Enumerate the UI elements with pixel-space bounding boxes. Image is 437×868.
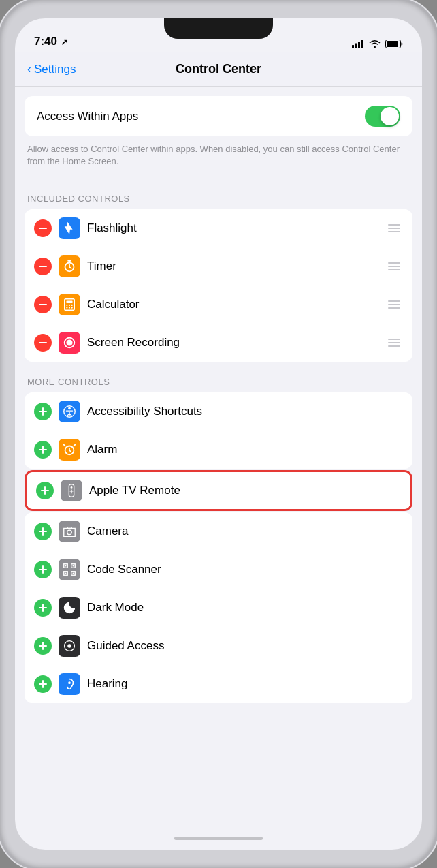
svg-point-15 [66, 340, 72, 346]
guided-access-icon [59, 635, 80, 657]
list-item: Camera [25, 512, 412, 551]
svg-point-14 [71, 307, 73, 309]
status-icons [352, 40, 403, 48]
accessibility-shortcuts-icon [59, 401, 80, 422]
code-scanner-icon [59, 559, 80, 580]
battery-icon [385, 40, 403, 48]
nav-bar: ‹ Settings Control Center [15, 52, 422, 87]
dark-mode-icon [59, 597, 80, 619]
more-controls-list: Accessibility Shortcuts Alarm [25, 392, 412, 469]
list-item: Accessibility Shortcuts [25, 392, 412, 431]
camera-label: Camera [87, 525, 403, 538]
remove-calculator-button[interactable] [34, 296, 52, 313]
add-dark-mode-button[interactable] [34, 599, 52, 617]
screen: 7:40 ↗ [15, 18, 422, 850]
svg-rect-32 [73, 573, 74, 574]
hearing-icon [59, 673, 80, 695]
svg-point-12 [66, 307, 67, 309]
included-controls-list: Flashlight Timer [25, 209, 412, 362]
guided-access-label: Guided Access [87, 639, 403, 653]
remove-timer-button[interactable] [34, 258, 52, 275]
alarm-label: Alarm [87, 443, 403, 456]
home-indicator [15, 826, 422, 850]
remove-screen-recording-button[interactable] [34, 334, 52, 352]
flashlight-drag-handle[interactable] [385, 221, 403, 235]
add-alarm-button[interactable] [34, 441, 52, 459]
home-bar [174, 837, 263, 840]
list-item: Code Scanner [25, 551, 412, 589]
svg-rect-0 [352, 45, 354, 48]
svg-point-24 [67, 531, 71, 535]
access-within-apps-row: Access Within Apps [25, 96, 412, 136]
flashlight-icon [59, 217, 80, 239]
hearing-label: Hearing [87, 677, 403, 691]
svg-point-10 [69, 305, 70, 306]
list-item: Calculator [25, 285, 412, 324]
calculator-icon [59, 294, 80, 315]
time-display: 7:40 [34, 35, 57, 48]
list-item: Hearing [25, 665, 412, 703]
svg-rect-2 [358, 42, 360, 48]
list-item: Timer [25, 247, 412, 285]
svg-point-9 [66, 305, 67, 306]
svg-rect-31 [65, 573, 67, 574]
svg-point-21 [71, 486, 73, 489]
add-hearing-button[interactable] [34, 675, 52, 693]
add-accessibility-shortcuts-button[interactable] [34, 403, 52, 420]
scroll-content[interactable]: Access Within Apps Allow access to Contr… [15, 87, 422, 826]
svg-rect-29 [65, 565, 67, 567]
list-item: Dark Mode [25, 589, 412, 627]
svg-point-35 [68, 682, 71, 685]
list-item: Screen Recording [25, 324, 412, 362]
page-title: Control Center [176, 62, 261, 76]
access-within-apps-toggle[interactable] [365, 106, 400, 127]
add-apple-tv-remote-button[interactable] [36, 482, 54, 499]
apple-tv-remote-icon [61, 480, 82, 501]
code-scanner-label: Code Scanner [87, 563, 403, 576]
status-time: 7:40 ↗ [34, 35, 68, 48]
svg-rect-30 [73, 565, 74, 567]
list-item: Guided Access [25, 627, 412, 665]
timer-label: Timer [87, 260, 385, 273]
svg-rect-5 [387, 41, 398, 47]
back-label: Settings [34, 63, 76, 76]
timer-icon [59, 255, 80, 277]
remove-flashlight-button[interactable] [34, 219, 52, 237]
calculator-label: Calculator [87, 298, 385, 311]
add-guided-access-button[interactable] [34, 637, 52, 655]
back-button[interactable]: ‹ Settings [27, 62, 76, 76]
svg-point-13 [69, 307, 70, 309]
svg-rect-8 [66, 301, 72, 303]
screen-recording-drag-handle[interactable] [385, 336, 403, 350]
dark-mode-label: Dark Mode [87, 601, 403, 615]
apple-tv-remote-highlighted-row: Apple TV Remote [25, 470, 412, 511]
back-chevron: ‹ [27, 62, 31, 76]
list-item: Alarm [25, 431, 412, 469]
list-item: Apple TV Remote [27, 472, 410, 509]
phone-frame: 7:40 ↗ [0, 0, 437, 868]
svg-rect-1 [355, 44, 357, 49]
svg-rect-3 [361, 40, 363, 48]
alarm-icon [59, 439, 80, 461]
timer-drag-handle[interactable] [385, 260, 403, 273]
screen-recording-label: Screen Recording [87, 336, 385, 350]
svg-point-18 [68, 407, 71, 410]
more-controls-list-2: Camera Code Scanner Dark Mode [25, 512, 412, 703]
location-icon: ↗ [61, 37, 68, 47]
accessibility-shortcuts-label: Accessibility Shortcuts [87, 405, 403, 418]
signal-icon [352, 40, 364, 48]
apple-tv-remote-label: Apple TV Remote [89, 484, 401, 497]
svg-point-11 [71, 305, 73, 306]
add-camera-button[interactable] [34, 523, 52, 540]
camera-icon [59, 521, 80, 542]
wifi-icon [369, 40, 381, 48]
included-controls-header: INCLUDED CONTROLS [15, 179, 422, 209]
access-within-apps-group: Access Within Apps [25, 96, 412, 136]
svg-point-34 [67, 645, 71, 649]
add-code-scanner-button[interactable] [34, 561, 52, 578]
notch [164, 18, 273, 39]
more-controls-header: MORE CONTROLS [15, 362, 422, 392]
list-item: Flashlight [25, 209, 412, 247]
flashlight-label: Flashlight [87, 221, 385, 235]
calculator-drag-handle[interactable] [385, 298, 403, 311]
